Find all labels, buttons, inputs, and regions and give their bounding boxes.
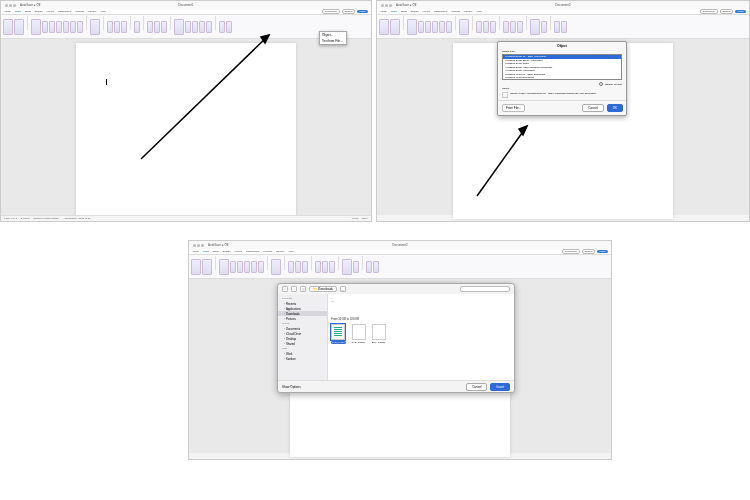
- addins-icon[interactable]: [459, 19, 469, 35]
- pages-icon[interactable]: [379, 19, 389, 35]
- footer-icon[interactable]: [510, 21, 516, 33]
- chart-icon[interactable]: [446, 21, 452, 33]
- status-focus[interactable]: Focus: [352, 217, 359, 220]
- comments-button[interactable]: Comments: [322, 9, 340, 14]
- display-as-icon-checkbox[interactable]: [599, 82, 603, 86]
- tab-review[interactable]: Review: [464, 10, 472, 13]
- pictures-icon[interactable]: [219, 259, 229, 275]
- pagenum-icon[interactable]: [329, 261, 335, 273]
- sidebar-item-kanban[interactable]: Kanban: [278, 356, 327, 361]
- tab-layout[interactable]: Layout: [47, 10, 55, 13]
- equation-icon[interactable]: [366, 261, 372, 273]
- status-acc[interactable]: Accessibility: Good to go: [63, 217, 90, 220]
- share-button[interactable]: Share: [357, 10, 368, 13]
- pictures-icon[interactable]: [407, 19, 417, 35]
- tab-home[interactable]: Home: [192, 250, 199, 253]
- list-item[interactable]: Microsoft Word Macro-Enabled Document: [503, 80, 621, 81]
- share-button[interactable]: Share: [597, 250, 608, 253]
- tab-mailings[interactable]: Mailings: [263, 250, 272, 253]
- tab-design[interactable]: Design: [223, 250, 231, 253]
- header-icon[interactable]: [315, 261, 321, 273]
- tab-insert[interactable]: Insert: [15, 10, 21, 13]
- status-page[interactable]: Page 1 of 1: [4, 217, 17, 220]
- status-zoom[interactable]: 100%: [362, 217, 368, 220]
- insert-button[interactable]: Insert: [490, 383, 510, 391]
- textbox-icon[interactable]: [342, 259, 352, 275]
- chart-icon[interactable]: [258, 261, 264, 273]
- symbol-icon[interactable]: [373, 261, 379, 273]
- autosave[interactable]: AutoSave ● Off: [20, 3, 40, 7]
- tab-references[interactable]: References: [58, 10, 71, 13]
- textbox-icon[interactable]: [530, 19, 540, 35]
- shapes-icon[interactable]: [418, 21, 424, 33]
- tab-references[interactable]: References: [434, 10, 447, 13]
- link-icon[interactable]: [476, 21, 482, 33]
- tab-draw[interactable]: Draw: [401, 10, 407, 13]
- smartart-icon[interactable]: [251, 261, 257, 273]
- pagenum-icon[interactable]: [517, 21, 523, 33]
- tab-insert[interactable]: Insert: [203, 250, 209, 253]
- comments-button[interactable]: Comments: [562, 249, 580, 254]
- pages-icon[interactable]: [3, 19, 13, 35]
- autosave[interactable]: AutoSave ● Off: [208, 243, 228, 247]
- menu-text-from-file[interactable]: Text from File...: [320, 38, 346, 44]
- table-icon[interactable]: [390, 19, 400, 35]
- crossref-icon[interactable]: [490, 21, 496, 33]
- cancel-button[interactable]: Cancel: [466, 383, 487, 391]
- table-icon[interactable]: [14, 19, 24, 35]
- object-icon[interactable]: [541, 21, 547, 33]
- comments-button[interactable]: Comments: [700, 9, 718, 14]
- tab-home[interactable]: Home: [380, 10, 387, 13]
- link-icon[interactable]: [288, 261, 294, 273]
- tab-insert[interactable]: Insert: [391, 10, 397, 13]
- models-icon[interactable]: [244, 261, 250, 273]
- tab-view[interactable]: View: [288, 250, 293, 253]
- tab-mailings[interactable]: Mailings: [75, 10, 84, 13]
- shapes-icon[interactable]: [230, 261, 236, 273]
- object-type-list[interactable]: Microsoft Excel 97 - 2004 Worksheet Micr…: [502, 54, 622, 80]
- forward-button[interactable]: ›: [291, 286, 297, 292]
- icons-icon[interactable]: [237, 261, 243, 273]
- models-icon[interactable]: [432, 21, 438, 33]
- crossref-icon[interactable]: [302, 261, 308, 273]
- icons-icon[interactable]: [425, 21, 431, 33]
- tab-view[interactable]: View: [476, 10, 481, 13]
- tab-references[interactable]: References: [246, 250, 259, 253]
- pages-icon[interactable]: [191, 259, 201, 275]
- footer-icon[interactable]: [322, 261, 328, 273]
- show-options-button[interactable]: Show Options: [282, 385, 301, 389]
- status-words[interactable]: 0 words: [21, 217, 30, 220]
- smartart-icon[interactable]: [439, 21, 445, 33]
- tab-review[interactable]: Review: [88, 10, 96, 13]
- shapes-icon[interactable]: [42, 21, 48, 33]
- symbol-icon[interactable]: [561, 21, 567, 33]
- pictures-icon[interactable]: [31, 19, 41, 35]
- location-popup[interactable]: Downloads: [309, 286, 337, 292]
- share-button[interactable]: Share: [735, 10, 746, 13]
- header-icon[interactable]: [503, 21, 509, 33]
- tab-view[interactable]: View: [100, 10, 105, 13]
- tab-design[interactable]: Design: [35, 10, 43, 13]
- tab-design[interactable]: Design: [411, 10, 419, 13]
- bookmark-icon[interactable]: [295, 261, 301, 273]
- file-list[interactable]: ⌕ ⋯ From 10 KB to 100 KB FAB_1.xlsx FAB_…: [328, 294, 514, 380]
- view-button[interactable]: ☰: [300, 286, 306, 292]
- bookmark-icon[interactable]: [483, 21, 489, 33]
- equation-icon[interactable]: [554, 21, 560, 33]
- tab-layout[interactable]: Layout: [235, 250, 243, 253]
- tab-mailings[interactable]: Mailings: [451, 10, 460, 13]
- file-item[interactable]: BUL_2.docx: [372, 324, 386, 344]
- icons-icon[interactable]: [49, 21, 55, 33]
- editing-button[interactable]: Editing: [720, 9, 734, 14]
- file-item[interactable]: FAB_1.xlsx: [331, 324, 346, 344]
- tab-draw[interactable]: Draw: [25, 10, 31, 13]
- tab-review[interactable]: Review: [276, 250, 284, 253]
- back-button[interactable]: ‹: [282, 286, 288, 292]
- group-button[interactable]: ⋯: [340, 286, 346, 292]
- addins-icon[interactable]: [271, 259, 281, 275]
- search-input[interactable]: [460, 286, 510, 292]
- editing-button[interactable]: Editing: [582, 249, 596, 254]
- editing-button[interactable]: Editing: [342, 9, 356, 14]
- ok-button[interactable]: OK: [607, 104, 623, 112]
- file-item[interactable]: FAB_2.docx: [352, 324, 366, 344]
